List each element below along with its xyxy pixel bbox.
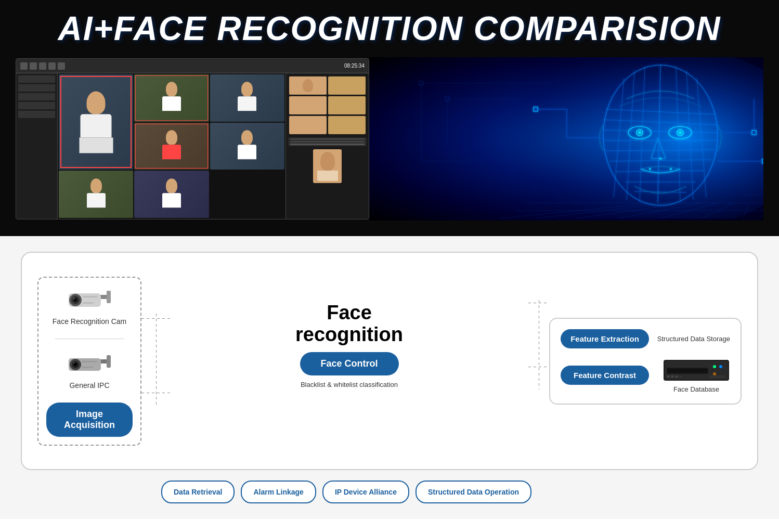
structured-data-operation-button[interactable]: Structured Data Operation [416,481,531,503]
svg-rect-64 [83,302,93,304]
ip-device-alliance-button[interactable]: IP Device Alliance [322,481,409,503]
left-connector [141,266,170,456]
diagram-wrapper: Face Recognition Cam [21,252,758,470]
sidebar-item [18,102,55,109]
diagram-center: Face recognition Face Control Blacklist … [170,302,528,420]
face-recognition-title: Face recognition [295,302,403,346]
svg-rect-85 [709,375,725,378]
bottom-operation-buttons-row: Data Retrieval Alarm Linkage IP Device A… [21,481,758,503]
face-cam-icon [66,286,113,314]
right-vert-connector [539,300,539,390]
svg-point-45 [670,168,672,170]
face-thumb [289,96,327,114]
svg-rect-66 [107,355,111,368]
svg-rect-38 [534,107,538,111]
nvr-device-icon [663,357,730,383]
face-thumb [328,96,366,114]
image-acquisition-button[interactable]: Image Acquisition [46,403,133,437]
svg-rect-40 [762,159,763,163]
toolbar-icon-4 [48,62,56,70]
software-screenshot: 08:25:34 [16,58,369,219]
mockup-toolbar: 08:25:34 [16,59,369,73]
camera-cell-5 [210,123,284,170]
svg-rect-63 [83,296,97,297]
svg-rect-84 [679,375,682,378]
camera-cell-4 [134,123,209,170]
face-recognition-cam-section: Face Recognition Cam [53,286,126,326]
nvr-container: Face Database [663,357,730,393]
svg-point-62 [73,297,75,299]
svg-point-79 [719,365,722,368]
bottom-section: Face Recognition Cam [0,236,779,519]
svg-rect-57 [107,291,111,303]
vert-connector [156,314,157,405]
toolbar-icon-5 [58,62,65,70]
sidebar-item [18,84,55,92]
face-database-label: Face Database [673,385,719,393]
svg-rect-83 [675,375,678,378]
structured-data-storage-label: Structured Data Storage [657,335,730,343]
diagram-right-inner: Feature Extraction Structured Data Stora… [549,318,742,405]
svg-point-70 [74,363,77,366]
sidebar-item [18,75,55,83]
svg-rect-81 [667,375,670,378]
large-face-thumb [313,149,342,183]
sidebar-item [18,111,55,118]
ai-face-graphic [369,57,763,220]
svg-rect-82 [671,375,674,378]
feature-contrast-button[interactable]: Feature Contrast [561,366,649,385]
svg-rect-39 [752,131,756,135]
feature-extraction-row: Feature Extraction Structured Data Stora… [561,329,730,348]
feature-contrast-row: Feature Contrast [561,357,730,393]
ai-wireframe-svg [369,57,763,218]
svg-point-0 [499,57,763,218]
alarm-linkage-button[interactable]: Alarm Linkage [241,481,316,503]
feature-extraction-button[interactable]: Feature Extraction [561,329,649,348]
top-content-row: 08:25:34 [16,57,763,220]
diagram-left: Face Recognition Cam [37,277,141,446]
camera-grid [58,73,285,219]
toolbar-icon-1 [20,62,28,70]
svg-point-71 [73,362,74,363]
general-ipc-icon [66,352,113,378]
ai-face-background [369,57,763,220]
camera-cell-3 [210,74,284,122]
svg-point-44 [649,168,651,170]
face-thumb [289,116,327,134]
svg-point-42 [679,131,682,134]
svg-point-78 [713,365,716,368]
face-thumbnails-panel [285,73,369,219]
mockup-sidebar [16,73,58,219]
svg-rect-77 [668,369,707,373]
diagram-right-section: Feature Extraction Structured Data Stora… [549,318,742,405]
svg-rect-72 [82,361,97,362]
face-thumb [328,116,366,134]
mockup-time: 08:25:34 [344,63,365,69]
camera-cell-7 [134,171,209,218]
top-section: AI+FACE RECOGNITION COMPARISION 08:25:34 [0,0,779,236]
toolbar-icon-2 [30,62,37,70]
sidebar-item [18,93,55,100]
general-ipc-section: General IPC [66,352,113,390]
cam-divider [55,339,124,339]
toolbar-icon-3 [39,62,46,70]
svg-rect-73 [82,367,93,368]
camera-cell-6 [59,171,133,218]
main-title: AI+FACE RECOGNITION COMPARISION [16,9,763,48]
camera-cell-2 [134,74,209,122]
svg-point-41 [638,131,641,134]
blacklist-whitelist-text: Blacklist & whitelist classification [301,381,398,388]
svg-point-80 [713,372,716,375]
face-thumb [289,76,327,95]
face-control-button[interactable]: Face Control [300,352,399,375]
svg-point-43 [659,158,661,160]
right-connector [528,266,549,456]
data-retrieval-button[interactable]: Data Retrieval [161,481,235,503]
mockup-body [16,73,369,219]
face-thumb [328,76,366,95]
general-ipc-label: General IPC [69,381,109,390]
camera-cell-large-1 [59,74,133,170]
face-recognition-cam-label: Face Recognition Cam [53,317,126,326]
cameras-dashed-box: Face Recognition Cam [37,277,141,446]
